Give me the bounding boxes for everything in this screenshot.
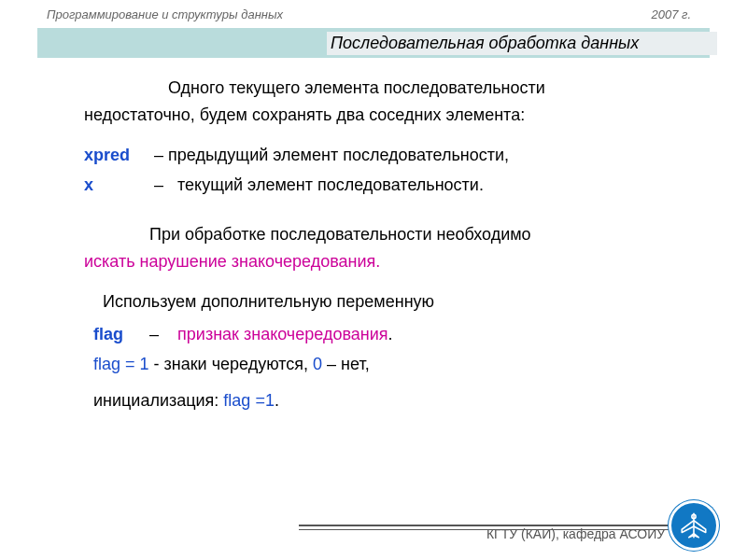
slide-title: Последовательная обработка данных (327, 32, 717, 55)
flag-eq1b: - знаки чередуются, (149, 355, 314, 373)
var-x-desc: текущий элемент последовательности. (177, 175, 484, 194)
flag-block: flag – признак знакочередования. flag = … (93, 321, 682, 414)
footer-org: КГТУ (КАИ), кафедра АСОИУ (486, 526, 665, 541)
paragraph-1: Одного текущего элемента последовательно… (84, 75, 682, 129)
slide: Программирование и структуры данных 2007… (0, 0, 747, 560)
airplane-icon (678, 510, 710, 541)
flag-init: инициализация: flag =1. (93, 387, 682, 414)
var-xpred-name: xpred (84, 142, 149, 169)
flag-desc: признак знакочередования (177, 325, 388, 343)
dash: – (154, 175, 163, 194)
logo-airplane-icon (669, 500, 719, 551)
var-x-name: x (84, 172, 149, 199)
flag-def: flag – признак знакочередования. (93, 321, 682, 348)
p2-line2: искать нарушение знакочередования. (84, 248, 682, 275)
p1-line2: недостаточно, будем сохранять два соседн… (84, 102, 682, 129)
period: . (388, 325, 393, 343)
var-xpred: xpred – предыдущий элемент последователь… (84, 142, 682, 169)
flag-eq1d: – нет, (322, 355, 370, 373)
flag-eq1c: 0 (313, 355, 322, 373)
p1-line1: Одного текущего элемента последовательно… (84, 75, 682, 102)
flag-name: flag (93, 321, 145, 348)
var-xpred-desc: предыдущий элемент последовательности, (168, 146, 509, 164)
paragraph-3: Используем дополнительную переменную (103, 288, 682, 315)
paragraph-2: При обработке последовательности необход… (84, 221, 682, 275)
p2-line1: При обработке последовательности необход… (84, 221, 682, 248)
header-year: 2007 г. (651, 7, 691, 21)
footer: КГТУ (КАИ), кафедра АСОИУ 3 (486, 526, 691, 541)
header-course: Программирование и структуры данных (47, 7, 283, 21)
init-label: инициализация: (93, 391, 223, 410)
flag-eq1: flag = 1 - знаки чередуются, 0 – нет, (93, 351, 682, 378)
init-val: flag =1 (223, 391, 275, 410)
dash: – (149, 325, 159, 343)
flag-eq1a: flag = 1 (93, 355, 149, 373)
content: Одного текущего элемента последовательно… (84, 75, 682, 418)
var-x: x – текущий элемент последовательности. (84, 172, 682, 199)
init-period: . (275, 391, 279, 410)
dash: – (154, 146, 163, 164)
